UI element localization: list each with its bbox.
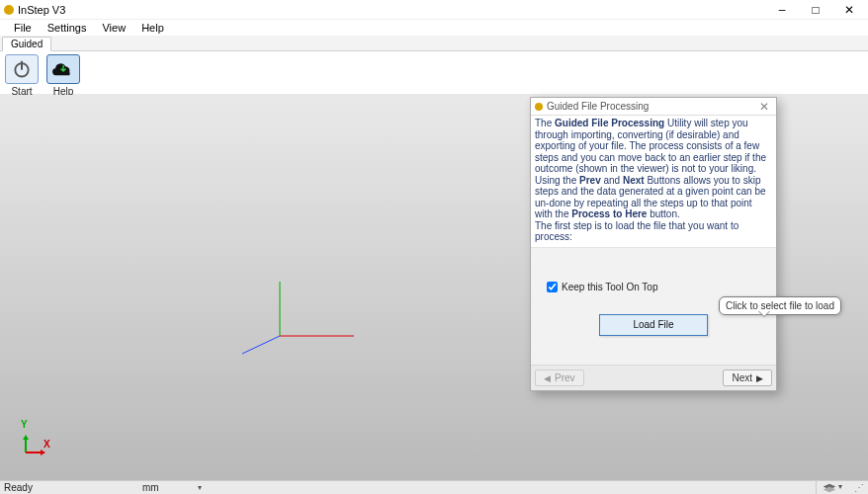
- status-layers-dropdown[interactable]: [816, 481, 842, 495]
- next-arrow-icon: ▶: [756, 373, 763, 383]
- help-button[interactable]: Help: [45, 54, 81, 97]
- svg-marker-6: [23, 435, 29, 440]
- svg-line-4: [242, 336, 280, 354]
- guided-file-processing-dialog: Guided File Processing ✕ The Guided File…: [530, 97, 777, 391]
- layers-icon: [823, 483, 836, 493]
- menu-file[interactable]: File: [6, 21, 40, 35]
- load-file-button[interactable]: Load File: [599, 314, 708, 336]
- next-button[interactable]: Next ▶: [723, 370, 772, 386]
- status-ready: Ready: [4, 482, 142, 493]
- load-file-tooltip: Click to select file to load: [719, 296, 841, 315]
- menubar: File Settings View Help: [0, 20, 868, 36]
- prev-button: ◀ Prev: [535, 370, 584, 386]
- cloud-download-icon: [52, 60, 74, 78]
- start-button[interactable]: Start: [4, 54, 40, 97]
- dialog-close-icon[interactable]: ✕: [756, 100, 772, 114]
- status-bar: Ready mm ⋰: [0, 480, 868, 494]
- keep-on-top-input[interactable]: [547, 282, 558, 292]
- dialog-title: Guided File Processing: [547, 101, 756, 112]
- axis-gizmo-2d: Y X: [22, 435, 47, 456]
- tab-guided[interactable]: Guided: [2, 37, 51, 51]
- toolbar: Start Help: [0, 51, 868, 95]
- dialog-footer: ◀ Prev Next ▶: [531, 365, 776, 390]
- prev-arrow-icon: ◀: [544, 373, 551, 383]
- keep-on-top-checkbox[interactable]: Keep this Tool On Top: [547, 282, 764, 292]
- power-icon: [12, 59, 32, 79]
- menu-settings[interactable]: Settings: [40, 21, 95, 35]
- svg-marker-8: [41, 450, 45, 455]
- axis-x-label: X: [43, 439, 50, 450]
- window-title: InStep V3: [18, 4, 65, 16]
- axis-y-label: Y: [21, 419, 28, 430]
- menu-help[interactable]: Help: [133, 21, 172, 35]
- tabstrip: Guided: [0, 36, 868, 51]
- menu-view[interactable]: View: [94, 21, 133, 35]
- titlebar: InStep V3 – □ ✕: [0, 0, 868, 20]
- status-unit[interactable]: mm: [142, 482, 202, 493]
- app-icon: [4, 5, 14, 15]
- resize-grip-icon[interactable]: ⋰: [852, 482, 864, 493]
- origin-axes-3d: [240, 277, 398, 395]
- dialog-description: The Guided File Processing Utility will …: [531, 116, 776, 248]
- close-button[interactable]: ✕: [832, 0, 866, 20]
- dialog-icon: [535, 103, 543, 111]
- minimize-button[interactable]: –: [765, 0, 799, 20]
- maximize-button[interactable]: □: [799, 0, 832, 20]
- dialog-titlebar[interactable]: Guided File Processing ✕: [531, 98, 776, 116]
- keep-on-top-label: Keep this Tool On Top: [562, 282, 657, 292]
